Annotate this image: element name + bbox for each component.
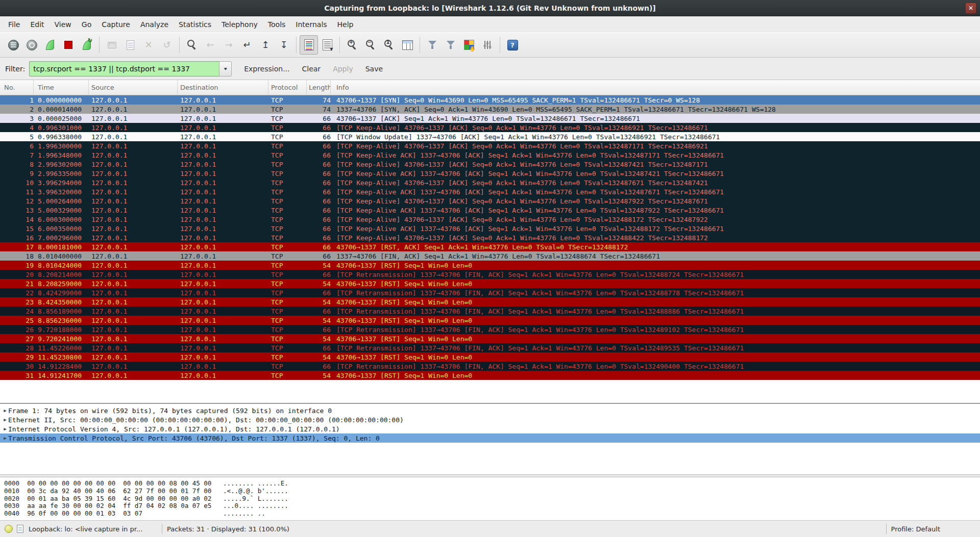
menu-capture[interactable]: Capture (96, 18, 135, 31)
menu-telephony[interactable]: Telephony (216, 18, 263, 31)
menu-internals[interactable]: Internals (290, 18, 332, 31)
column-header-source[interactable]: Source (89, 80, 178, 95)
packet-details-pane[interactable]: ▶Frame 1: 74 bytes on wire (592 bits), 7… (0, 403, 980, 474)
column-header-length[interactable]: Length (307, 80, 331, 95)
resize-columns-button[interactable] (398, 35, 416, 55)
restart-capture-button[interactable] (78, 35, 96, 55)
hex-dump-pane[interactable]: 0000 00 00 00 00 00 00 00 00 00 00 00 00… (0, 477, 980, 520)
packet-row-23[interactable]: 238.424350000127.0.0.1127.0.0.1TCP544370… (0, 297, 980, 306)
packet-row-7[interactable]: 71.996348000127.0.0.1127.0.0.1TCP66[TCP … (0, 150, 980, 160)
go-back-button[interactable]: ← (201, 35, 219, 55)
menu-help[interactable]: Help (332, 18, 359, 31)
column-header-no[interactable]: No. (0, 80, 34, 95)
packet-row-19[interactable]: 198.010424000127.0.0.1127.0.0.1TCP544370… (0, 261, 980, 270)
packet-row-17[interactable]: 178.000181000127.0.0.1127.0.0.1TCP664370… (0, 242, 980, 251)
expert-info-led-icon[interactable] (5, 525, 13, 533)
menu-view[interactable]: View (50, 18, 77, 31)
menu-go[interactable]: Go (77, 18, 96, 31)
menu-file[interactable]: File (3, 18, 25, 31)
zoom-normal-button[interactable]: 1 (380, 35, 398, 55)
packet-row-2[interactable]: 20.000014000127.0.0.1127.0.0.1TCP741337→… (0, 105, 980, 114)
go-to-packet-button[interactable]: ↵ (238, 35, 256, 55)
expander-triangle-icon[interactable]: ▶ (0, 436, 8, 441)
zoom-in-button[interactable]: + (343, 35, 361, 55)
clear-button[interactable]: Clear (302, 65, 321, 73)
profile-text[interactable]: Profile: Default (891, 525, 940, 533)
close-file-button[interactable]: ✕ (139, 35, 158, 55)
packet-row-12[interactable]: 125.000264000127.0.0.1127.0.0.1TCP66[TCP… (0, 196, 980, 206)
packet-row-28[interactable]: 2811.45226000127.0.0.1127.0.0.1TCP66[TCP… (0, 343, 980, 352)
packet-row-11[interactable]: 113.996320000127.0.0.1127.0.0.1TCP66[TCP… (0, 187, 980, 196)
packet-row-24[interactable]: 248.856189000127.0.0.1127.0.0.1TCP66[TCP… (0, 306, 980, 316)
hex-line-0000[interactable]: 0000 00 00 00 00 00 00 00 00 00 00 00 00… (4, 479, 980, 487)
hex-line-0010[interactable]: 0010 00 3c da 92 40 00 40 06 62 27 7f 00… (4, 487, 980, 495)
packet-row-14[interactable]: 146.000300000127.0.0.1127.0.0.1TCP66[TCP… (0, 215, 980, 224)
go-to-top-button[interactable]: ↥ (256, 35, 275, 55)
save-file-button[interactable] (121, 35, 139, 55)
start-capture-button[interactable] (41, 35, 59, 55)
packet-row-4[interactable]: 40.996301000127.0.0.1127.0.0.1TCP66[TCP … (0, 123, 980, 132)
expander-triangle-icon[interactable]: ▶ (0, 417, 8, 422)
apply-button[interactable]: Apply (333, 65, 353, 73)
detail-line-4[interactable]: ▶Transmission Control Protocol, Src Port… (0, 433, 980, 443)
packet-row-29[interactable]: 2911.45230800127.0.0.1127.0.0.1TCP544370… (0, 352, 980, 362)
open-file-button[interactable] (103, 35, 121, 55)
column-header-info[interactable]: Info (331, 80, 980, 95)
filter-dropdown-button[interactable]: ▼ (219, 61, 232, 76)
packet-row-15[interactable]: 156.000350000127.0.0.1127.0.0.1TCP66[TCP… (0, 224, 980, 233)
packet-row-20[interactable]: 208.208214000127.0.0.1127.0.0.1TCP66[TCP… (0, 270, 980, 279)
packet-row-8[interactable]: 82.996302000127.0.0.1127.0.0.1TCP66[TCP … (0, 160, 980, 169)
find-packet-button[interactable] (183, 35, 201, 55)
packet-row-21[interactable]: 218.208259000127.0.0.1127.0.0.1TCP544370… (0, 279, 980, 288)
detail-line-3[interactable]: ▶Internet Protocol Version 4, Src: 127.0… (0, 424, 980, 433)
coloring-rules-button[interactable] (460, 35, 478, 55)
packet-row-13[interactable]: 135.000329000127.0.0.1127.0.0.1TCP66[TCP… (0, 206, 980, 215)
packet-row-10[interactable]: 103.996294000127.0.0.1127.0.0.1TCP66[TCP… (0, 178, 980, 187)
save-button[interactable]: Save (365, 65, 383, 73)
column-header-destination[interactable]: Destination (178, 80, 268, 95)
packet-list-body[interactable]: 10.000000000127.0.0.1127.0.0.1TCP7443706… (0, 95, 980, 403)
display-filter-button[interactable] (442, 35, 460, 55)
packet-row-6[interactable]: 61.996300000127.0.0.1127.0.0.1TCP66[TCP … (0, 141, 980, 150)
column-header-protocol[interactable]: Protocol (268, 80, 307, 95)
packet-row-1[interactable]: 10.000000000127.0.0.1127.0.0.1TCP7443706… (0, 95, 980, 105)
hex-line-0030[interactable]: 0030 aa aa fe 30 00 00 02 04 ff d7 04 02… (4, 502, 980, 509)
menu-statistics[interactable]: Statistics (174, 18, 216, 31)
auto-scroll-button[interactable] (318, 35, 336, 55)
capture-file-icon[interactable] (17, 525, 23, 533)
menu-analyze[interactable]: Analyze (135, 18, 174, 31)
packet-row-27[interactable]: 279.720241000127.0.0.1127.0.0.1TCP544370… (0, 334, 980, 343)
packet-row-16[interactable]: 167.000296000127.0.0.1127.0.0.1TCP66[TCP… (0, 233, 980, 242)
zoom-out-button[interactable]: − (361, 35, 380, 55)
close-button[interactable]: ✕ (965, 3, 976, 14)
packet-row-25[interactable]: 258.856236000127.0.0.1127.0.0.1TCP544370… (0, 316, 980, 325)
menu-edit[interactable]: Edit (25, 18, 49, 31)
packet-row-9[interactable]: 92.996335000127.0.0.1127.0.0.1TCP66[TCP … (0, 169, 980, 178)
hex-line-0040[interactable]: 0040 96 0f 00 00 00 00 01 03 03 07 .....… (4, 509, 980, 517)
capture-options-button[interactable] (22, 35, 41, 55)
packet-row-31[interactable]: 3114.91241700127.0.0.1127.0.0.1TCP544370… (0, 371, 980, 380)
expander-triangle-icon[interactable]: ▶ (0, 408, 8, 413)
column-header-time[interactable]: Time (34, 80, 89, 95)
colorize-packet-list-button[interactable] (300, 35, 318, 55)
packet-row-22[interactable]: 228.424299000127.0.0.1127.0.0.1TCP66[TCP… (0, 288, 980, 297)
packet-row-26[interactable]: 269.720188000127.0.0.1127.0.0.1TCP66[TCP… (0, 325, 980, 334)
detail-line-1[interactable]: ▶Frame 1: 74 bytes on wire (592 bits), 7… (0, 406, 980, 415)
preferences-button[interactable] (478, 35, 497, 55)
detail-line-2[interactable]: ▶Ethernet II, Src: 00:00:00_00:00:00 (00… (0, 415, 980, 424)
reload-button[interactable]: ↺ (158, 35, 176, 55)
stop-capture-button[interactable] (59, 35, 78, 55)
hex-line-0020[interactable]: 0020 00 01 aa ba 05 39 15 60 4c 9d 00 00… (4, 495, 980, 502)
capture-filter-button[interactable] (423, 35, 442, 55)
expander-triangle-icon[interactable]: ▶ (0, 426, 8, 431)
go-to-bottom-button[interactable]: ↧ (275, 35, 293, 55)
packet-row-30[interactable]: 3014.91228400127.0.0.1127.0.0.1TCP66[TCP… (0, 362, 980, 371)
menu-tools[interactable]: Tools (263, 18, 291, 31)
go-forward-button[interactable]: → (219, 35, 238, 55)
filter-input[interactable]: tcp.srcport == 1337 || tcp.dstport == 13… (29, 61, 219, 76)
packet-row-18[interactable]: 188.010400000127.0.0.1127.0.0.1TCP661337… (0, 251, 980, 261)
packet-row-5[interactable]: 50.996338000127.0.0.1127.0.0.1TCP66[TCP … (0, 132, 980, 141)
packet-row-3[interactable]: 30.000025000127.0.0.1127.0.0.1TCP6643706… (0, 114, 980, 123)
list-interfaces-button[interactable] (4, 35, 22, 55)
expression-button[interactable]: Expression... (244, 65, 289, 73)
